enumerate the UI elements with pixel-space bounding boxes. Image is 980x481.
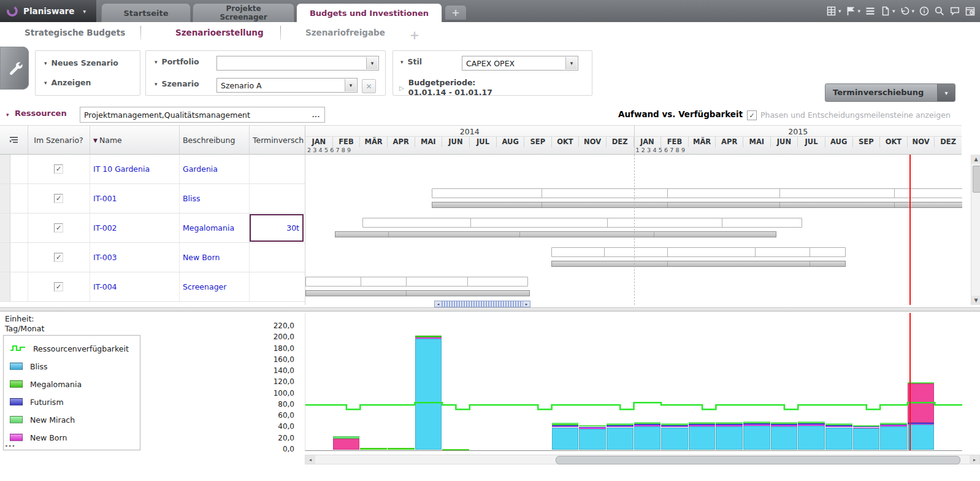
column-header-name[interactable]: ▼ Name (93, 126, 178, 155)
new-document-icon[interactable]: ▾ (879, 4, 896, 18)
timeline-month-cell[interactable]: NOV (579, 137, 607, 147)
stil-select[interactable]: CAPEX OPEX ▾ (462, 56, 578, 71)
row-checkbox[interactable]: ✓ (54, 253, 63, 262)
neues-szenario-menu[interactable]: ▾ Neues Szenario (44, 58, 118, 67)
scroll-right-arrow[interactable]: ▸ (970, 455, 979, 464)
gantt-h-scrollbar[interactable]: ◂ ▸ (434, 301, 530, 307)
add-subtab-button[interactable]: + (410, 28, 419, 42)
legend-item-bliss[interactable]: Bliss (10, 360, 48, 373)
row-handle[interactable] (0, 243, 10, 272)
timeline-month-cell[interactable]: AUG (497, 137, 524, 147)
timeline-month-cell[interactable]: JAN (634, 137, 662, 147)
portfolio-menu[interactable]: ▾ Portfolio (155, 57, 199, 66)
list-icon[interactable] (864, 4, 876, 18)
panel-splitter[interactable] (0, 307, 980, 312)
flag-icon[interactable]: ▾ (844, 4, 861, 18)
timeline-month-cell[interactable]: MÄR (689, 137, 716, 147)
timeline-month-cell[interactable]: OKT (880, 137, 908, 147)
portfolio-select[interactable]: ▾ (216, 56, 379, 71)
table-row[interactable]: ✓ IT 10 Gardenia Gardenia (0, 155, 305, 184)
#3aa8ec[interactable] (432, 188, 962, 198)
project-description-link[interactable]: Screenager (183, 282, 226, 291)
row-checkbox[interactable]: ✓ (54, 282, 63, 291)
export-excel-icon[interactable]: ▾ (825, 4, 842, 18)
resource-picker-button[interactable]: ... (308, 108, 323, 121)
row-handle[interactable] (0, 155, 10, 183)
timeline-month-cell[interactable]: JUN (442, 137, 470, 147)
project-description-link[interactable]: Megalomania (183, 223, 234, 233)
scrollbar-thumb[interactable] (442, 301, 523, 307)
table-row[interactable]: ✓ IT-002 Megalomania 30t (0, 214, 305, 243)
timeline-month-cell[interactable]: FEB (661, 137, 689, 147)
zoom-icon[interactable] (933, 4, 946, 18)
project-description-link[interactable]: Gardenia (183, 164, 218, 174)
ressourcen-label[interactable]: Ressourcen (15, 109, 67, 118)
scroll-right-arrow[interactable]: ▸ (523, 301, 530, 307)
table-row[interactable]: ✓ IT-003 New Born (0, 243, 305, 272)
hierarchy-levels-button[interactable] (0, 126, 28, 155)
column-header-beschreibung[interactable]: Beschreibung (183, 126, 248, 155)
scroll-left-arrow[interactable]: ◂ (435, 301, 442, 307)
legend-item-futurism[interactable]: Futurism (10, 395, 64, 409)
project-description-link[interactable]: New Born (183, 253, 220, 262)
timeline-month-cell[interactable]: JUL (798, 137, 825, 147)
timeline-month-cell[interactable]: APR (716, 137, 743, 147)
project-name-link[interactable]: IT-001 (93, 194, 117, 203)
scroll-down-arrow[interactable]: ▼ (971, 296, 980, 305)
subtab-szenariofreigabe[interactable]: Szenariofreigabe (305, 28, 385, 37)
timeline-month-cell[interactable]: MÄR (360, 137, 388, 147)
feedback-icon[interactable] (949, 4, 961, 18)
project-description-link[interactable]: Bliss (183, 194, 201, 203)
info-icon[interactable] (918, 4, 930, 18)
project-name-link[interactable]: IT-004 (93, 282, 117, 291)
tab-startseite[interactable]: Startseite (101, 3, 191, 22)
timeline-month-cell[interactable]: SEP (853, 137, 881, 147)
row-checkbox[interactable]: ✓ (54, 223, 63, 233)
timeline-month-cell[interactable]: DEZ (935, 137, 962, 147)
row-handle[interactable] (0, 272, 10, 301)
time-machine-icon[interactable] (964, 4, 976, 18)
timeline-month-cell[interactable]: AUG (825, 137, 853, 147)
legend-item-new-born[interactable]: New Born (10, 431, 67, 444)
timeline-month-cell[interactable]: MAI (415, 137, 443, 147)
timeline-month-cell[interactable]: FEB (333, 137, 361, 147)
timeline-month-cell[interactable]: SEP (524, 137, 552, 147)
subtab-strategische-budgets[interactable]: Strategische Budgets (25, 28, 125, 37)
row-handle[interactable] (0, 214, 10, 242)
szenario-menu[interactable]: ▾ Szenario (155, 79, 199, 88)
legend-item-megalomania[interactable]: Megalomania (10, 377, 82, 391)
legend-item-ressourcenverfügbarkeit[interactable]: Ressourcenverfügbarkeit (10, 342, 129, 355)
terminverschiebung-button[interactable]: Terminverschiebung ▾ (825, 83, 955, 102)
#5cd52c[interactable] (362, 218, 802, 228)
ressourcen-input[interactable] (80, 107, 325, 123)
row-handle[interactable] (0, 184, 10, 213)
add-tab-button[interactable]: + (445, 6, 466, 20)
scroll-up-arrow[interactable]: ▲ (971, 155, 980, 164)
timeline-month-cell[interactable]: OKT (552, 137, 580, 147)
gantt-v-scrollbar[interactable]: ▲ ▼ (971, 155, 980, 305)
column-header-im-szenario[interactable]: Im Szenario? (28, 126, 90, 155)
column-header-terminverschiebung[interactable]: Terminverschiebung (253, 126, 304, 155)
budgetperiode-expander[interactable]: ▷ Budgetperiode: 01.01.14 - 01.01.17 (399, 78, 492, 98)
undo-icon[interactable]: ▾ (898, 4, 915, 18)
timeline-month-cell[interactable]: JUN (771, 137, 798, 147)
scroll-left-arrow[interactable]: ◂ (305, 455, 315, 464)
subtab-szenarioerstellung[interactable]: Szenarioerstellung (175, 28, 264, 37)
#e13ce1[interactable] (551, 247, 846, 257)
legend-more-indicator[interactable]: ... (5, 439, 15, 448)
scrollbar-thumb[interactable] (973, 166, 980, 193)
table-row[interactable]: ✓ IT-004 Screenager (0, 272, 305, 302)
project-name-link[interactable]: IT 10 Gardenia (93, 164, 150, 174)
scrollbar-thumb[interactable] (556, 456, 960, 464)
timeline-month-cell[interactable]: NOV (908, 137, 935, 147)
row-checkbox[interactable]: ✓ (54, 194, 63, 203)
row-checkbox[interactable]: ✓ (54, 164, 63, 174)
chart-h-scrollbar[interactable]: ◂ ▸ (305, 455, 980, 464)
project-name-link[interactable]: IT-003 (93, 253, 117, 262)
phases-checkbox[interactable]: ✓ (747, 110, 757, 120)
app-menu[interactable]: Planisware ▾ (0, 0, 96, 22)
timeline-month-cell[interactable]: MAI (743, 137, 771, 147)
timeline-month-cell[interactable]: JUL (470, 137, 497, 147)
szenario-select[interactable]: Szenario A ▾ (216, 78, 358, 93)
anzeigen-menu[interactable]: ▾ Anzeigen (44, 78, 91, 87)
